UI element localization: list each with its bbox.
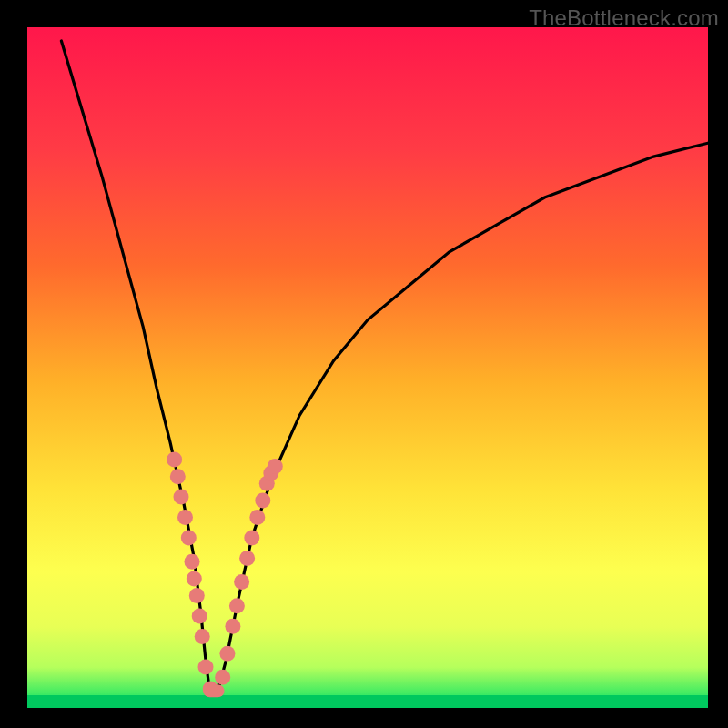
data-dot xyxy=(192,609,207,624)
data-dot xyxy=(198,660,214,675)
data-dot xyxy=(215,670,230,685)
data-dot xyxy=(225,619,240,634)
data-dot xyxy=(185,554,200,570)
data-dot xyxy=(181,531,197,546)
bottom-band xyxy=(27,695,708,708)
watermark-text: TheBottleneck.com xyxy=(529,5,719,31)
data-dot xyxy=(268,459,283,474)
chart-canvas xyxy=(0,0,728,728)
data-dot xyxy=(174,490,189,505)
data-dot xyxy=(255,492,270,508)
plot-background xyxy=(27,27,708,708)
data-dot xyxy=(195,629,210,644)
data-dot xyxy=(239,551,255,566)
data-dot xyxy=(249,510,265,525)
data-dot xyxy=(167,452,182,468)
data-dot xyxy=(170,469,186,484)
data-dot xyxy=(234,574,249,590)
data-dot xyxy=(189,588,205,603)
data-dot xyxy=(177,510,193,525)
data-dot xyxy=(229,598,245,613)
chart-frame: TheBottleneck.com xyxy=(0,0,728,728)
data-dot xyxy=(244,531,259,546)
data-dot xyxy=(219,646,235,662)
data-dot xyxy=(203,682,218,697)
data-dot xyxy=(187,571,202,586)
